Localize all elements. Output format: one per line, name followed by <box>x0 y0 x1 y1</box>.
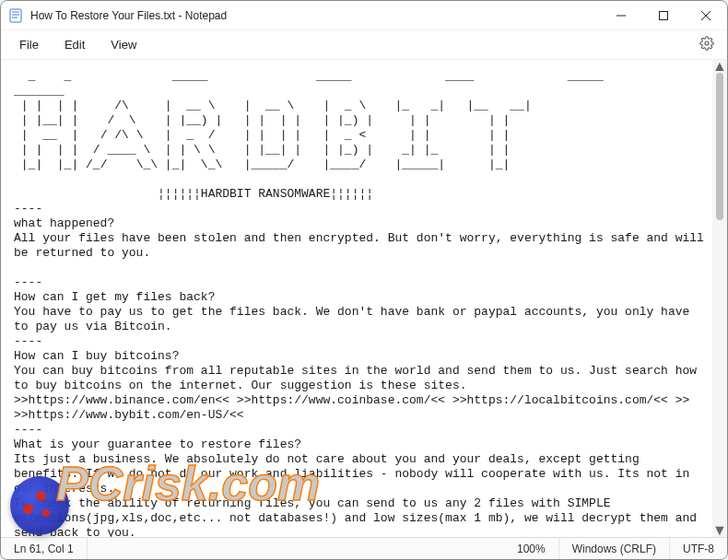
menu-file[interactable]: File <box>8 34 50 55</box>
status-cursor-position: Ln 61, Col 1 <box>1 538 88 559</box>
scroll-up-arrow-icon[interactable]: ▲ <box>712 60 727 73</box>
scrollbar-thumb[interactable] <box>716 73 723 220</box>
status-encoding: UTF-8 <box>670 538 727 559</box>
status-zoom: 100% <box>504 538 559 559</box>
content-area: _ _ _____ _____ ____ _____ _______ | | |… <box>1 60 727 537</box>
svg-rect-0 <box>10 9 21 22</box>
vertical-scrollbar[interactable]: ▲ ▼ <box>712 60 727 537</box>
statusbar: Ln 61, Col 1 100% Windows (CRLF) UTF-8 <box>1 537 727 559</box>
text-editor[interactable]: _ _ _____ _____ ____ _____ _______ | | |… <box>1 60 712 537</box>
menubar: File Edit View <box>1 30 727 60</box>
svg-rect-5 <box>660 12 668 20</box>
maximize-button[interactable] <box>642 1 685 30</box>
menu-edit[interactable]: Edit <box>53 34 96 55</box>
menu-view[interactable]: View <box>100 34 147 55</box>
window-title: How To Restore Your Files.txt - Notepad <box>30 9 600 22</box>
notepad-icon <box>8 8 23 23</box>
status-line-ending: Windows (CRLF) <box>559 538 670 559</box>
notepad-window: How To Restore Your Files.txt - Notepad … <box>0 0 728 560</box>
minimize-button[interactable] <box>600 1 642 30</box>
settings-button[interactable] <box>694 32 720 58</box>
scroll-down-arrow-icon[interactable]: ▼ <box>712 524 727 537</box>
window-controls <box>600 1 727 29</box>
close-button[interactable] <box>685 1 727 30</box>
titlebar: How To Restore Your Files.txt - Notepad <box>1 1 727 30</box>
svg-point-8 <box>705 41 709 45</box>
gear-icon <box>699 36 714 54</box>
